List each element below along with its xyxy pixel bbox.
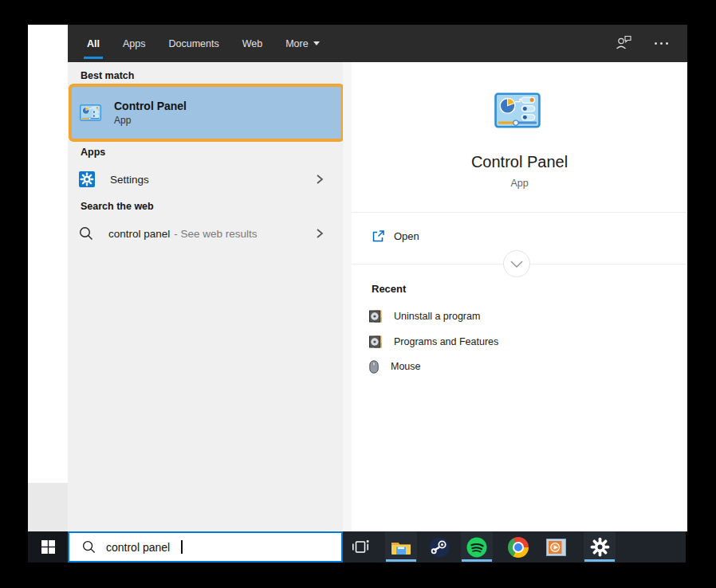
search-the-web-header: Search the web [81, 201, 154, 212]
best-match-subtitle: App [114, 115, 187, 126]
taskbar-task-view-button[interactable] [344, 531, 376, 563]
open-external-icon [372, 229, 385, 243]
taskbar: control panel [28, 531, 686, 563]
divider [352, 212, 687, 213]
preview-pane: Control Panel App Open Recent [352, 62, 687, 531]
start-button[interactable] [28, 531, 68, 563]
recent-item-mouse[interactable]: Mouse [352, 354, 687, 379]
taskbar-search-input[interactable]: control panel [68, 531, 343, 563]
programs-icon [369, 335, 382, 348]
feedback-icon[interactable] [616, 35, 632, 53]
web-query: control panel [108, 228, 170, 240]
apps-header: Apps [81, 147, 105, 158]
preview-subtitle: App [352, 178, 687, 189]
chevron-right-icon [316, 228, 324, 239]
chevron-right-icon [316, 174, 324, 185]
recent-item-programs-features[interactable]: Programs and Features [352, 329, 687, 355]
taskbar-settings-button[interactable] [584, 531, 616, 563]
windows-logo-icon [41, 540, 55, 554]
file-explorer-icon [391, 539, 411, 555]
results-pane: Best match [68, 62, 343, 531]
expand-results-button[interactable] [503, 250, 530, 277]
header-actions [616, 35, 668, 53]
taskbar-file-explorer-button[interactable] [385, 531, 417, 563]
tab-documents[interactable]: Documents [168, 25, 218, 62]
search-query-text: control panel [106, 541, 170, 554]
result-web-search[interactable]: control panel - See web results [68, 220, 343, 247]
taskbar-movies-tv-button[interactable] [540, 531, 572, 563]
background-window-strip [28, 25, 68, 483]
spotify-icon [466, 537, 487, 558]
preview-title: Control Panel [352, 153, 687, 171]
tab-more[interactable]: More [285, 25, 319, 62]
screenshot-root: All Apps Documents Web More [0, 0, 716, 588]
movies-tv-icon [545, 537, 567, 558]
text-caret [181, 540, 183, 554]
recent-item-uninstall[interactable]: Uninstall a program [352, 304, 687, 329]
web-query-suffix: - See web results [174, 228, 257, 240]
annotation-highlight-box: Control Panel App [69, 84, 344, 142]
search-filter-tabs: All Apps Documents Web More [68, 25, 687, 62]
search-icon [82, 540, 96, 554]
chevron-down-icon [510, 261, 523, 268]
best-match-result[interactable]: Control Panel App [80, 100, 341, 126]
mouse-icon [369, 360, 379, 374]
taskbar-chrome-button[interactable] [502, 531, 534, 563]
open-action[interactable]: Open [352, 221, 687, 250]
taskbar-steam-button[interactable] [423, 531, 455, 563]
search-icon [79, 226, 93, 241]
recent-header: Recent [372, 283, 406, 295]
steam-icon [429, 537, 450, 558]
more-dropdown-icon [313, 41, 320, 45]
more-options-icon[interactable] [655, 42, 668, 45]
best-match-header: Best match [81, 70, 134, 81]
pane-gutter [343, 62, 352, 531]
tab-all[interactable]: All [87, 25, 100, 62]
best-match-title: Control Panel [114, 100, 187, 112]
programs-icon [369, 310, 382, 323]
background-window-footer-strip [28, 483, 68, 531]
settings-icon [79, 171, 95, 187]
result-settings[interactable]: Settings [68, 166, 343, 193]
taskbar-spotify-button[interactable] [461, 531, 493, 563]
chrome-icon [508, 537, 529, 558]
task-view-icon [352, 540, 369, 554]
open-label: Open [394, 230, 419, 242]
tab-apps[interactable]: Apps [123, 25, 146, 62]
control-panel-icon [494, 92, 541, 128]
control-panel-icon [80, 104, 101, 121]
tab-web[interactable]: Web [242, 25, 262, 62]
start-search-flyout: All Apps Documents Web More [68, 25, 687, 531]
gear-icon [590, 537, 610, 557]
settings-label: Settings [110, 174, 149, 186]
